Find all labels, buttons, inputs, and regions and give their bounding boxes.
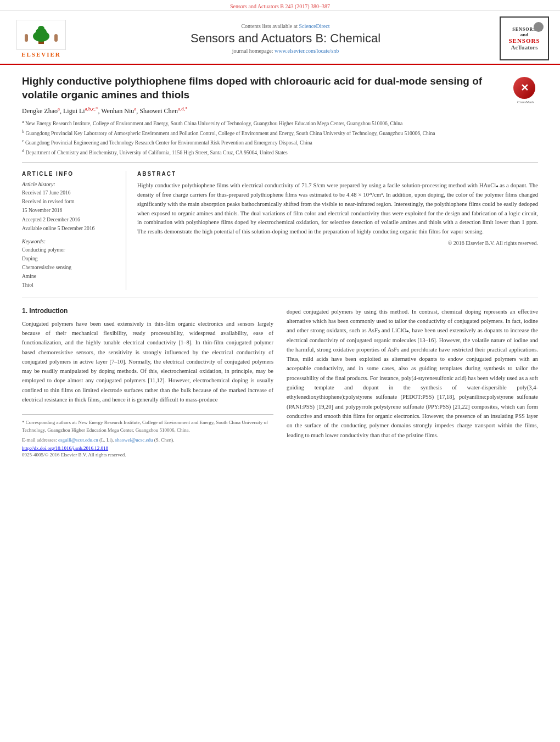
keyword-1: Conducting polymer xyxy=(22,246,118,254)
keywords-subhead: Keywords: xyxy=(22,238,118,244)
main-content-left: 1. Introduction Conjugated polymers have… xyxy=(22,307,273,458)
elsevier-text: ELSEVIER xyxy=(21,51,61,58)
article-authors: Dengke Zhaoa, Ligui Lia,b,c,*, Wenhan Ni… xyxy=(22,106,502,115)
affiliation-c: c Guangdong Provincial Engineering and T… xyxy=(22,138,502,147)
homepage-line: journal homepage: www.elsevier.com/locat… xyxy=(71,48,500,54)
sciencedirect-link[interactable]: ScienceDirect xyxy=(299,23,329,29)
crossmark-logo[interactable]: ✕ CrossMark xyxy=(513,77,538,102)
corresponding-authors-note: * Corresponding authors at: New Energy R… xyxy=(22,419,273,434)
journal-header: ELSEVIER Contents lists available at Sci… xyxy=(0,11,560,65)
author-ligui: Ligui Lia,b,c,*, xyxy=(63,107,101,115)
contents-prefix: Contents lists available at xyxy=(241,23,297,29)
affiliations: a New Energy Research Institute, College… xyxy=(22,119,502,157)
affiliation-d: d Department of Chemistry and Biochemist… xyxy=(22,148,502,157)
actuators-label: AcTuators xyxy=(511,44,537,51)
author-shaowei: Shaowei Chena,d,* xyxy=(139,107,187,115)
article-title-text: Highly conductive polythiophene films do… xyxy=(22,75,513,157)
homepage-url[interactable]: www.elsevier.com/locate/snb xyxy=(275,48,339,54)
intro-heading: 1. Introduction xyxy=(22,307,273,315)
svg-rect-4 xyxy=(25,34,28,42)
journal-title: Sensors and Actuators B: Chemical xyxy=(71,31,500,46)
svg-point-3 xyxy=(38,26,44,31)
page: Sensors and Actuators B 243 (2017) 380–3… xyxy=(0,0,560,742)
article-body: Highly conductive polythiophene films do… xyxy=(0,65,560,458)
keyword-4: Amine xyxy=(22,272,118,281)
elsevier-logo-image xyxy=(16,20,66,50)
homepage-prefix: journal homepage: xyxy=(232,48,273,54)
abstract-text: Highly conductive polythiophene films wi… xyxy=(137,181,538,237)
crossmark-circle: ✕ xyxy=(513,77,535,99)
email-shaowei-link[interactable]: shaowei@ucsc.edu xyxy=(115,437,153,443)
issn-text: 0925-4005/© 2016 Elsevier B.V. All right… xyxy=(22,452,273,458)
sensors-label-big: SENSORS xyxy=(508,37,540,44)
article-info-abstract-section: ARTICLE INFO Article history: Received 1… xyxy=(22,171,538,298)
keyword-5: Thiol xyxy=(22,281,118,289)
logo-circle-decoration xyxy=(534,22,544,32)
elsevier-logo: ELSEVIER xyxy=(11,20,71,58)
main-content-right: doped conjugated polymers by using this … xyxy=(287,307,538,458)
main-content: 1. Introduction Conjugated polymers have… xyxy=(22,307,538,458)
doi-link[interactable]: http://dx.doi.org/10.1016/j.snb.2016.12.… xyxy=(22,445,273,451)
article-title-section: Highly conductive polythiophene films do… xyxy=(22,65,538,163)
abstract-column: ABSTRACT Highly conductive polythiophene… xyxy=(137,171,538,289)
email-ligui-link[interactable]: esguili@scut.edu.cn xyxy=(58,437,98,443)
article-info-label: ARTICLE INFO xyxy=(22,171,118,177)
sensors-actuators-logo: SENSORS and SENSORS AcTuators xyxy=(500,16,549,60)
affiliation-a: a New Energy Research Institute, College… xyxy=(22,119,502,127)
email-shaowei-name: (S. Chen). xyxy=(154,437,175,443)
email-addresses: E-mail addresses: esguili@scut.edu.cn (L… xyxy=(22,437,273,444)
journal-title-section: Contents lists available at ScienceDirec… xyxy=(71,23,500,54)
sensors-label-top: SENSORS xyxy=(512,27,536,32)
journal-ref-text: Sensors and Actuators B 243 (2017) 380–3… xyxy=(230,3,330,9)
article-history-subhead: Article history: xyxy=(22,181,118,187)
journal-reference-bar: Sensors and Actuators B 243 (2017) 380–3… xyxy=(0,0,560,11)
keywords-block: Keywords: Conducting polymer Doping Chem… xyxy=(22,238,118,290)
intro-text-right: doped conjugated polymers by using this … xyxy=(287,307,538,440)
affiliation-b: b Guangdong Provincial Key Laboratory of… xyxy=(22,129,502,137)
and-label: and xyxy=(520,32,529,37)
abstract-label: ABSTRACT xyxy=(137,171,538,177)
author-wenhan: Wenhan Niua, xyxy=(101,107,139,115)
keyword-3: Chemoresistive sensing xyxy=(22,263,118,272)
email-ligui-name: (L. Li), xyxy=(99,437,114,443)
received-date: Received 17 June 2016 Received in revise… xyxy=(22,188,118,233)
copyright-text: © 2016 Elsevier B.V. All rights reserved… xyxy=(137,240,538,246)
elsevier-tree-icon xyxy=(22,24,60,45)
article-info-column: ARTICLE INFO Article history: Received 1… xyxy=(22,171,126,289)
article-history-block: Article history: Received 17 June 2016 R… xyxy=(22,181,118,233)
article-title: Highly conductive polythiophene films do… xyxy=(22,75,502,102)
keyword-2: Doping xyxy=(22,254,118,263)
intro-text-left: Conjugated polymers have been used exten… xyxy=(22,319,273,405)
contents-available-line: Contents lists available at ScienceDirec… xyxy=(71,23,500,29)
author-dengke: Dengke Zhaoa, xyxy=(22,107,63,115)
crossmark-label: CrossMark xyxy=(513,100,538,104)
footer-note-section: * Corresponding authors at: New Energy R… xyxy=(22,414,273,458)
svg-rect-5 xyxy=(54,34,58,42)
